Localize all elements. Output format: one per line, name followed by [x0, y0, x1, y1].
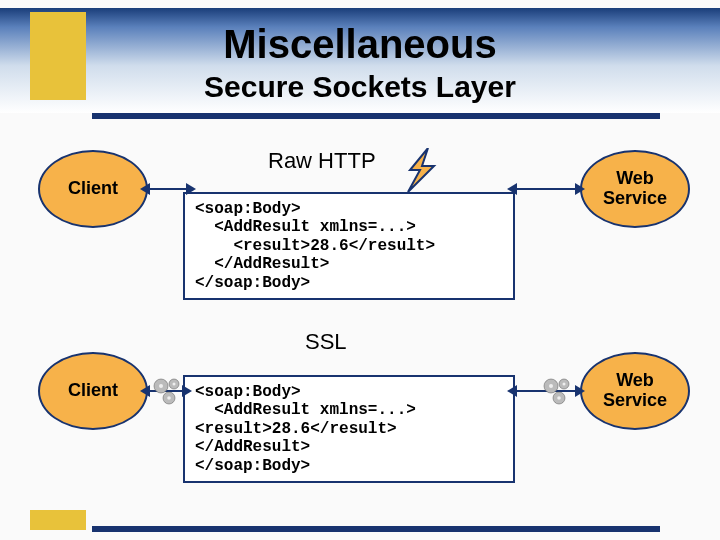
- page-title: Miscellaneous: [0, 22, 720, 67]
- gears-icon-right: [540, 374, 576, 410]
- soap-body-box-bottom: <soap:Body> <AddResult xmlns=...> <resul…: [183, 375, 515, 483]
- svg-point-11: [563, 383, 566, 386]
- svg-point-12: [557, 396, 561, 400]
- footer-accent-bar: [30, 510, 86, 530]
- footer-rule: [92, 526, 660, 532]
- arrow-client-top: [150, 188, 186, 190]
- ws-label-line1: Web: [616, 371, 654, 391]
- header-rule: [92, 113, 660, 119]
- svg-point-6: [167, 396, 171, 400]
- client-node-top: Client: [38, 150, 148, 228]
- raw-http-label: Raw HTTP: [268, 148, 376, 174]
- webservice-node-bottom: Web Service: [580, 352, 690, 430]
- svg-marker-0: [408, 148, 434, 192]
- ws-label-line2: Service: [603, 189, 667, 209]
- svg-point-10: [549, 384, 553, 388]
- client-label: Client: [68, 179, 118, 199]
- soap-body-box-top: <soap:Body> <AddResult xmlns=...> <resul…: [183, 192, 515, 300]
- webservice-node-top: Web Service: [580, 150, 690, 228]
- client-label: Client: [68, 381, 118, 401]
- client-node-bottom: Client: [38, 352, 148, 430]
- page-subtitle: Secure Sockets Layer: [0, 70, 720, 104]
- svg-point-4: [159, 384, 163, 388]
- lightning-icon: [400, 148, 440, 192]
- ws-label-line2: Service: [603, 391, 667, 411]
- ws-label-line1: Web: [616, 169, 654, 189]
- gears-icon-left: [150, 374, 186, 410]
- arrow-ws-top: [517, 188, 575, 190]
- ssl-label: SSL: [305, 329, 347, 355]
- svg-point-5: [173, 383, 176, 386]
